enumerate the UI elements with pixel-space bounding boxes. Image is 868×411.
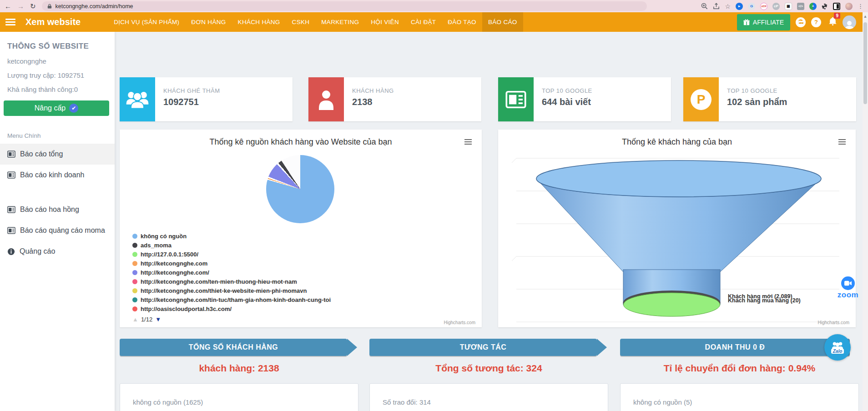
- banner-interactions: TƯƠNG TÁC: [369, 339, 597, 356]
- highcharts-credit[interactable]: Highcharts.com: [444, 320, 475, 325]
- zoom-widget[interactable]: zoom: [833, 276, 863, 300]
- share-icon[interactable]: [713, 3, 720, 10]
- zoom-in-icon[interactable]: [701, 3, 708, 10]
- notifications-bell-icon[interactable]: 9: [828, 17, 837, 27]
- page-scrollbar[interactable]: ▲: [863, 12, 868, 411]
- zalo-logo: Zalo: [831, 349, 844, 354]
- scrollbar-up-arrow[interactable]: ▲: [863, 12, 868, 19]
- stat-value: 102 sản phẩm: [727, 97, 787, 107]
- legend-item[interactable]: http://127.0.0.1:5500/: [132, 250, 331, 259]
- legend-item[interactable]: http://ketcongnghe.com/ten-mien-thuong-h…: [132, 277, 331, 286]
- legend-item[interactable]: http://ketcongnghe.com/: [132, 268, 331, 277]
- legend-item[interactable]: http://ketcongnghe.com/thiet-ke-website-…: [132, 286, 331, 295]
- funnel-chart-title: Thống kê khách hàng của bạn: [498, 130, 856, 147]
- nav-item-bao-cao[interactable]: BÁO CÁO: [482, 12, 523, 32]
- browser-url-bar[interactable]: ketcongnghe.com/admin/home: [42, 1, 647, 11]
- detail-box-exchanges: Số trao đổi: 314: [369, 383, 608, 411]
- nav-item-marketing[interactable]: MARKETING: [315, 12, 365, 32]
- nav-item-dao-tao[interactable]: ĐÀO TẠO: [442, 12, 482, 32]
- newspaper-icon: [7, 171, 15, 179]
- stat-value: 1092751: [163, 97, 220, 107]
- legend-dot: [132, 261, 137, 266]
- cp-icon[interactable]: cP: [772, 3, 780, 10]
- legend-dot: [132, 279, 137, 284]
- legend-dot: [132, 234, 137, 239]
- plus-icon[interactable]: +: [809, 3, 817, 10]
- globe-icon[interactable]: [796, 17, 806, 27]
- legend-item[interactable]: http://ketcongnghe.com/tin-tuc/tham-gia-…: [132, 295, 331, 304]
- translate-icon[interactable]: G: [748, 3, 755, 10]
- stat-value: 644 bài viết: [542, 97, 592, 107]
- main-nav: DỊCH VỤ (SẢN PHẨM) ĐƠN HÀNG KHÁCH HÀNG C…: [108, 12, 523, 32]
- stat-conversion-rate: Tỉ lệ chuyển đổi đơn hàng: 0.94%: [620, 361, 859, 375]
- legend-dot: [132, 270, 137, 275]
- nav-item-khach-hang[interactable]: KHÁCH HÀNG: [232, 12, 286, 32]
- legend-prev-icon: ▲: [132, 316, 138, 323]
- scrollbar-thumb[interactable]: [863, 22, 867, 104]
- stat-value: 2138: [352, 97, 394, 107]
- legend-item[interactable]: http://oasiscloudportal.h3c.com/: [132, 304, 331, 313]
- legend-item[interactable]: http://ketcongnghe.com: [132, 259, 331, 268]
- legend-page-indicator: 1/12: [141, 316, 152, 323]
- funnel-chart[interactable]: [498, 155, 856, 327]
- detail-text: không có nguồn (1625): [133, 398, 203, 406]
- pie-chart[interactable]: [266, 155, 334, 223]
- stat-label: KHÁCH HÀNG: [352, 87, 394, 94]
- sidebar-item-bao-cao-kinh-doanh[interactable]: Báo cáo kinh doanh: [0, 165, 115, 185]
- help-icon[interactable]: ?: [811, 17, 821, 27]
- puzzle-icon[interactable]: [822, 3, 828, 10]
- legend-dot: [132, 243, 137, 248]
- hamburger-menu-icon[interactable]: [5, 17, 15, 27]
- browser-back-icon[interactable]: ←: [5, 3, 11, 10]
- dark-mode-icon[interactable]: [833, 3, 840, 10]
- upgrade-button[interactable]: Nâng cấp ✔: [4, 100, 109, 116]
- zalo-widget[interactable]: Zalo: [824, 334, 851, 361]
- detail-text: Số trao đổi: 314: [383, 398, 431, 406]
- banner-total-customers: TỔNG SỐ KHÁCH HÀNG: [120, 339, 347, 356]
- people-group-icon: [120, 77, 155, 121]
- user-avatar[interactable]: [843, 15, 856, 29]
- qr-icon[interactable]: ▦: [785, 3, 792, 10]
- code-icon[interactable]: </>: [797, 3, 804, 10]
- legend-pagination: ▲ 1/12 ▼: [132, 316, 331, 323]
- sidebar-item-quang-cao[interactable]: Quảng cáo: [0, 241, 115, 262]
- pin-extension-icon[interactable]: ▸: [736, 3, 743, 10]
- profile-avatar[interactable]: [845, 3, 853, 10]
- kebab-menu-icon[interactable]: ⋮: [858, 3, 863, 10]
- stat-card-products: P TOP 10 GOOGLE 102 sản phẩm: [683, 77, 856, 121]
- nav-item-dich-vu[interactable]: DỊCH VỤ (SẢN PHẨM): [108, 12, 185, 32]
- banner-revenue: DOANH THU 0 Đ: [620, 339, 850, 356]
- info-icon: [7, 248, 15, 256]
- highcharts-credit[interactable]: Highcharts.com: [818, 320, 849, 325]
- url-text: ketcongnghe.com/admin/home: [56, 3, 133, 10]
- atp-icon[interactable]: ATP: [760, 3, 767, 10]
- bookmark-star-icon[interactable]: ☆: [725, 3, 731, 10]
- legend-item[interactable]: ads_moma: [132, 241, 331, 250]
- legend-item[interactable]: không có nguồn: [132, 231, 331, 241]
- chart-export-menu-icon[interactable]: [838, 138, 846, 146]
- stat-label: KHÁCH GHÉ THĂM: [163, 87, 220, 94]
- chart-export-menu-icon[interactable]: [464, 138, 472, 146]
- nav-item-cskh[interactable]: CSKH: [286, 12, 316, 32]
- stat-customers-total: khách hàng: 2138: [120, 361, 358, 375]
- stat-label: TOP 10 GOOGLE: [727, 87, 787, 94]
- success-rate: Khả năng thành công:0: [0, 79, 115, 93]
- affiliate-button[interactable]: AFFILIATE: [737, 14, 790, 30]
- lock-icon: [47, 3, 52, 9]
- sidebar-item-bao-cao-hoa-hong[interactable]: Báo cáo hoa hồng: [0, 199, 115, 220]
- newspaper-icon: [498, 77, 534, 121]
- nav-item-cai-dat[interactable]: CÀI ĐẶT: [405, 12, 442, 32]
- sidebar-item-bao-cao-quang-cao-moma[interactable]: Báo cáo quảng cáo moma: [0, 220, 115, 241]
- browser-reload-icon[interactable]: ↻: [30, 3, 36, 10]
- browser-forward-icon[interactable]: →: [17, 3, 24, 10]
- stat-card-visitors: KHÁCH GHÉ THĂM 1092751: [120, 77, 293, 121]
- legend-next-icon[interactable]: ▼: [155, 316, 161, 323]
- sidebar-item-bao-cao-tong[interactable]: Báo cáo tổng: [0, 144, 115, 165]
- stat-interactions-total: Tổng số tương tác: 324: [369, 361, 608, 375]
- nav-item-don-hang[interactable]: ĐƠN HÀNG: [185, 12, 232, 32]
- stat-label: TOP 10 GOOGLE: [542, 87, 592, 94]
- view-website-link[interactable]: Xem website: [25, 17, 81, 27]
- nav-item-hoi-vien[interactable]: HỘI VIÊN: [365, 12, 405, 32]
- visits-count: Lượng truy cập: 1092751: [0, 65, 115, 79]
- newspaper-icon: [7, 150, 15, 158]
